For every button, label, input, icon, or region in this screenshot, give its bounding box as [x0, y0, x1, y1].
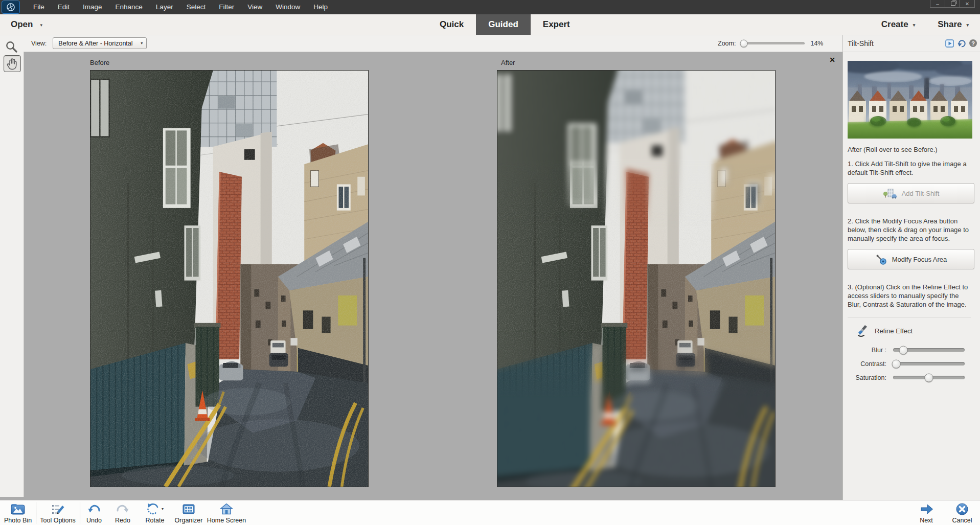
refine-brush-icon — [857, 324, 870, 337]
action-bar: Open ▾ Quick Guided Expert Create ▾ Shar… — [0, 14, 980, 35]
tilt-shift-blur-overlay — [497, 70, 776, 487]
next-button[interactable]: Next — [913, 502, 940, 524]
mode-tabs: Quick Guided Expert — [427, 14, 582, 35]
rotate-button[interactable]: ▾ Rotate — [139, 502, 171, 524]
play-tutorial-icon[interactable] — [945, 39, 954, 48]
reset-panel-icon[interactable] — [957, 39, 966, 48]
saturation-slider-label: Saturation: — [848, 374, 886, 381]
effect-preview-thumbnail[interactable] — [848, 61, 972, 139]
tool-options-icon — [51, 503, 65, 516]
contrast-slider-knob[interactable] — [892, 359, 900, 368]
create-share-group: Create ▾ Share ▾ — [881, 14, 969, 35]
zoom-group: Zoom: 14% — [718, 35, 826, 52]
zoom-value: 14% — [810, 40, 826, 47]
view-dropdown[interactable]: Before & After - Horizontal ▾ — [53, 37, 147, 49]
share-label: Share — [938, 19, 962, 30]
menu-enhance[interactable]: Enhance — [109, 0, 149, 14]
undo-icon — [87, 503, 101, 516]
photo-bin-button[interactable]: Photo Bin — [2, 502, 34, 524]
options-bar: View: Before & After - Horizontal ▾ Zoom… — [24, 35, 842, 52]
app-logo-icon — [2, 1, 20, 14]
before-label: Before — [90, 59, 109, 66]
organizer-label: Organizer — [172, 517, 206, 524]
blur-slider-knob[interactable] — [899, 346, 907, 354]
home-icon — [220, 503, 233, 516]
view-dropdown-caret-icon: ▾ — [139, 41, 146, 45]
after-image[interactable] — [497, 70, 776, 487]
hand-tool-button[interactable] — [4, 55, 21, 72]
modify-focus-area-button[interactable]: Modify Focus Area — [848, 249, 974, 269]
close-button[interactable]: ✕ — [960, 0, 974, 7]
menu-select[interactable]: Select — [180, 0, 213, 14]
step-2-text: 2. Click the Modify Focus Area button be… — [848, 217, 973, 243]
menu-view[interactable]: View — [241, 0, 269, 14]
tab-quick[interactable]: Quick — [427, 14, 476, 35]
zoom-slider-knob[interactable] — [740, 39, 748, 47]
before-image[interactable] — [90, 70, 369, 487]
contrast-slider-row: Contrast: — [848, 357, 971, 370]
open-caret-icon[interactable]: ▾ — [40, 21, 42, 28]
menu-window[interactable]: Window — [269, 0, 307, 14]
hand-tool-icon — [5, 56, 19, 71]
tool-options-label: Tool Options — [38, 517, 78, 524]
menu-edit[interactable]: Edit — [51, 0, 76, 14]
zoom-tool-button[interactable] — [4, 39, 20, 55]
refine-effect-label: Refine Effect — [875, 327, 913, 335]
share-button[interactable]: Share ▾ — [938, 19, 969, 30]
menu-layer[interactable]: Layer — [149, 0, 180, 14]
add-tilt-shift-label: Add Tilt-Shift — [902, 190, 940, 197]
menu-bar: File Edit Image Enhance Layer Select Fil… — [27, 0, 334, 14]
view-dropdown-value: Before & After - Horizontal — [53, 40, 139, 47]
close-icon: ✕ — [965, 1, 969, 7]
refine-effect-button[interactable]: Refine Effect — [857, 324, 971, 337]
menu-file[interactable]: File — [27, 0, 51, 14]
contrast-slider-label: Contrast: — [848, 360, 886, 368]
task-bar: Photo Bin Tool Options Undo — [0, 500, 980, 525]
minimize-button[interactable]: – — [930, 0, 945, 7]
blur-slider[interactable] — [893, 348, 965, 352]
tool-column — [0, 35, 24, 497]
step-3-text: 3. (Optional) Click on the Refine Effect… — [848, 283, 973, 309]
saturation-slider-knob[interactable] — [925, 373, 933, 382]
undo-button[interactable]: Undo — [82, 502, 106, 524]
undo-label: Undo — [82, 517, 106, 524]
tool-options-button[interactable]: Tool Options — [38, 502, 78, 524]
cancel-button[interactable]: Cancel — [949, 502, 975, 524]
organizer-icon — [182, 503, 195, 516]
blur-slider-row: Blur : — [848, 344, 971, 356]
menu-help[interactable]: Help — [307, 0, 334, 14]
home-screen-label: Home Screen — [207, 517, 246, 524]
panel-title: Tilt-Shift — [848, 39, 945, 48]
menu-image[interactable]: Image — [76, 0, 109, 14]
panel-body: After (Roll over to see Before.) 1. Clic… — [843, 52, 980, 500]
photo-bin-label: Photo Bin — [2, 517, 34, 524]
panel-header: Tilt-Shift ? — [843, 35, 980, 52]
rotate-caret-icon[interactable]: ▾ — [162, 507, 164, 516]
title-bar: File Edit Image Enhance Layer Select Fil… — [0, 0, 980, 14]
zoom-slider[interactable] — [741, 42, 805, 44]
redo-icon — [116, 503, 129, 516]
restore-button[interactable] — [945, 0, 960, 7]
open-button[interactable]: Open ▾ — [11, 14, 42, 35]
document-close-icon[interactable]: ✕ — [829, 56, 835, 63]
open-label: Open — [11, 19, 33, 30]
home-screen-button[interactable]: Home Screen — [207, 502, 246, 524]
refine-effect-section: Refine Effect Blur : Contrast: Saturatio… — [848, 317, 971, 384]
help-icon[interactable]: ? — [969, 39, 977, 47]
saturation-slider[interactable] — [893, 376, 965, 379]
saturation-slider-row: Saturation: — [848, 371, 971, 384]
contrast-slider[interactable] — [893, 362, 965, 366]
next-label: Next — [913, 517, 940, 524]
add-tilt-shift-button[interactable]: Add Tilt-Shift — [848, 183, 974, 203]
menu-filter[interactable]: Filter — [212, 0, 241, 14]
panel-header-icons: ? — [945, 39, 977, 48]
taskbar-separator — [80, 502, 80, 524]
redo-button[interactable]: Redo — [110, 502, 135, 524]
organizer-button[interactable]: Organizer — [172, 502, 206, 524]
create-button[interactable]: Create ▾ — [881, 19, 915, 30]
rotate-icon — [146, 503, 160, 516]
tab-expert[interactable]: Expert — [531, 14, 582, 35]
window-controls: – ✕ — [930, 0, 975, 8]
tab-guided[interactable]: Guided — [476, 14, 531, 35]
taskbar-separator — [36, 502, 36, 524]
